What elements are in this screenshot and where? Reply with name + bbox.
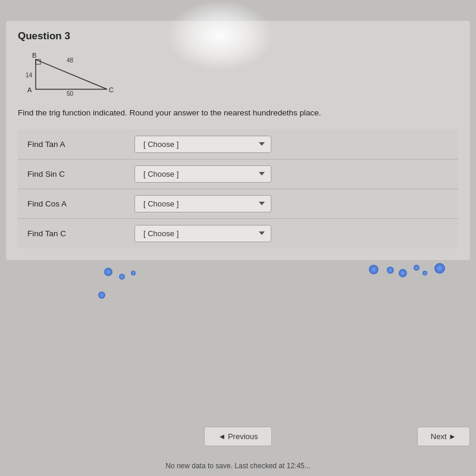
row-cos-a: Find Cos A [ Choose ] 0.28 0.29 0.96 0.9… [18, 189, 458, 219]
dot-3 [131, 271, 136, 275]
row-tan-c: Find Tan C [ Choose ] 0.28 0.29 0.96 0.9… [18, 219, 458, 248]
question-instruction: Find the trig function indicated. Round … [18, 108, 458, 119]
select-wrap-tan-c: [ Choose ] 0.28 0.29 0.96 0.97 1.04 3.43… [134, 225, 449, 242]
question-card: Question 3 B A C 14 48 50 Find the trig … [6, 21, 470, 260]
dot-6 [387, 267, 394, 274]
select-tan-a[interactable]: [ Choose ] 0.28 0.29 0.96 0.97 1.04 3.43… [134, 136, 271, 153]
question-header: Question 3 [18, 30, 458, 42]
dot-1 [104, 268, 112, 276]
svg-text:A: A [27, 86, 32, 93]
previous-button[interactable]: ◄ Previous [204, 427, 271, 446]
svg-text:14: 14 [26, 72, 33, 79]
status-bar: No new data to save. Last checked at 12:… [0, 462, 476, 470]
dot-4 [98, 292, 105, 299]
svg-marker-0 [36, 60, 107, 89]
label-find-cos-a: Find Cos A [27, 199, 134, 208]
dot-9 [422, 271, 427, 275]
triangle-diagram: B A C 14 48 50 [18, 51, 458, 98]
dot-2 [119, 274, 125, 280]
label-find-sin-c: Find Sin C [27, 170, 134, 178]
triangle-svg: B A C 14 48 50 [24, 51, 119, 98]
select-wrap-sin-c: [ Choose ] 0.28 0.29 0.96 0.97 1.04 3.43… [134, 165, 449, 183]
svg-text:48: 48 [67, 57, 74, 64]
dot-5 [369, 265, 378, 274]
select-sin-c[interactable]: [ Choose ] 0.28 0.29 0.96 0.97 1.04 3.43… [134, 165, 271, 183]
row-tan-a: Find Tan A [ Choose ] 0.28 0.29 0.96 0.9… [18, 130, 458, 159]
dot-10 [434, 263, 445, 274]
dot-7 [399, 269, 407, 277]
select-tan-c[interactable]: [ Choose ] 0.28 0.29 0.96 0.97 1.04 3.43… [134, 225, 271, 242]
page-background: Question 3 B A C 14 48 50 Find the trig … [0, 0, 476, 476]
label-find-tan-c: Find Tan C [27, 229, 134, 238]
select-wrap-tan-a: [ Choose ] 0.28 0.29 0.96 0.97 1.04 3.43… [134, 136, 449, 153]
select-wrap-cos-a: [ Choose ] 0.28 0.29 0.96 0.97 1.04 3.43… [134, 195, 449, 212]
svg-text:B: B [32, 52, 36, 59]
svg-text:50: 50 [67, 90, 74, 97]
label-find-tan-a: Find Tan A [27, 140, 134, 149]
next-button[interactable]: Next ► [417, 427, 470, 446]
row-sin-c: Find Sin C [ Choose ] 0.28 0.29 0.96 0.9… [18, 159, 458, 189]
select-cos-a[interactable]: [ Choose ] 0.28 0.29 0.96 0.97 1.04 3.43… [134, 195, 271, 212]
svg-text:C: C [109, 86, 114, 93]
qa-section: Find Tan A [ Choose ] 0.28 0.29 0.96 0.9… [18, 130, 458, 248]
bottom-navigation: ◄ Previous [0, 427, 476, 446]
dot-8 [414, 265, 419, 271]
